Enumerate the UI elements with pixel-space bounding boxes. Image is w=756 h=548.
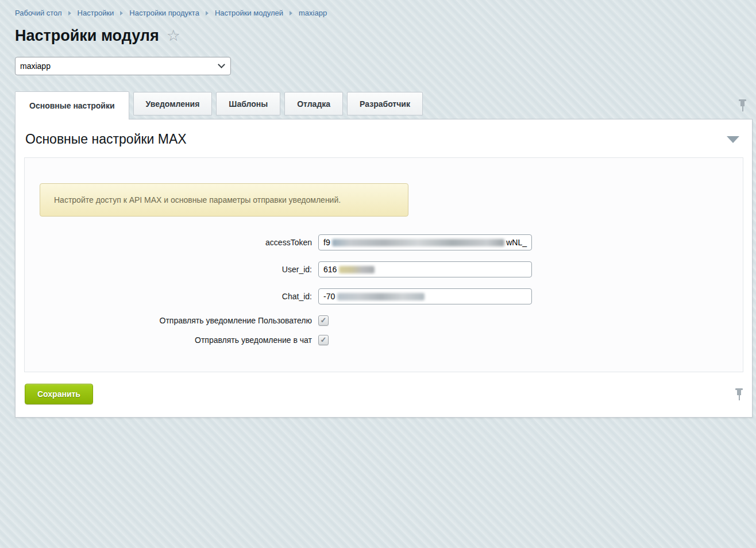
- title-row: Настройки модуля ☆: [0, 17, 756, 45]
- checkmark-icon: ✓: [321, 336, 327, 344]
- favorite-star-icon[interactable]: ☆: [167, 28, 180, 44]
- module-select-wrap: maxiapp: [15, 57, 231, 75]
- breadcrumb-arrow-icon: [290, 11, 292, 16]
- chat-id-label: Chat_id:: [40, 292, 312, 301]
- tab-bar: Основные настройки Уведомления Шаблоны О…: [0, 90, 756, 119]
- form-row-chat-id: Chat_id: -70: [40, 288, 743, 304]
- tab-main-settings[interactable]: Основные настройки: [15, 91, 129, 119]
- save-button[interactable]: Сохранить: [25, 384, 93, 404]
- breadcrumb-item-desktop[interactable]: Рабочий стол: [15, 9, 62, 17]
- notify-user-label: Отправлять уведомление Пользователю: [40, 316, 312, 325]
- form-row-access-token: accessToken f9 wNL_: [40, 234, 743, 250]
- section-header: Основные настройки MAX: [16, 119, 752, 157]
- breadcrumb-item-module-settings[interactable]: Настройки модулей: [215, 9, 283, 17]
- form-row-user-id: User_id: 616: [40, 261, 743, 277]
- tab-templates[interactable]: Шаблоны: [216, 92, 280, 115]
- breadcrumb-item-settings[interactable]: Настройки: [78, 9, 114, 17]
- page-title: Настройки модуля: [15, 27, 159, 45]
- save-row: Сохранить: [16, 372, 752, 417]
- chat-id-input[interactable]: -70: [318, 288, 532, 304]
- settings-fieldset: Настройте доступ к API MAX и основные па…: [24, 157, 743, 372]
- pin-icon[interactable]: [735, 388, 743, 400]
- access-token-label: accessToken: [40, 238, 312, 247]
- breadcrumb-arrow-icon: [120, 11, 123, 16]
- user-id-label: User_id:: [40, 265, 312, 274]
- breadcrumb-item-product-settings[interactable]: Настройки продукта: [129, 9, 199, 17]
- pin-icon-part: [737, 390, 741, 395]
- user-id-value-prefix: 616: [323, 265, 337, 274]
- module-select[interactable]: maxiapp: [15, 57, 231, 75]
- tab-notifications[interactable]: Уведомления: [133, 92, 213, 115]
- chat-id-value-prefix: -70: [323, 292, 335, 301]
- breadcrumb-item-maxiapp[interactable]: maxiapp: [299, 9, 327, 17]
- user-id-input[interactable]: 616: [318, 261, 532, 277]
- pin-icon-part: [739, 395, 740, 400]
- page: Рабочий стол Настройки Настройки продукт…: [0, 0, 756, 548]
- pin-icon-part: [740, 101, 745, 106]
- checkmark-icon: ✓: [321, 317, 327, 324]
- breadcrumb-arrow-icon: [68, 11, 71, 16]
- redacted-value-blur: [332, 239, 505, 246]
- breadcrumb-arrow-icon: [206, 11, 209, 16]
- collapse-chevron-down-icon[interactable]: [727, 136, 739, 143]
- notify-user-checkbox[interactable]: ✓: [318, 315, 329, 326]
- access-token-input[interactable]: f9 wNL_: [318, 234, 532, 250]
- access-token-value-suffix: wNL_: [506, 238, 527, 247]
- pin-icon[interactable]: [739, 99, 746, 111]
- section-title: Основные настройки MAX: [25, 132, 187, 147]
- notify-chat-checkbox[interactable]: ✓: [318, 335, 329, 345]
- redacted-value-blur: [339, 266, 375, 273]
- tab-developer[interactable]: Разработчик: [347, 92, 423, 115]
- redacted-value-blur: [337, 293, 425, 300]
- check-row-notify-chat: Отправлять уведомление в чат ✓: [40, 335, 743, 345]
- pin-icon-part: [742, 106, 743, 111]
- check-row-notify-user: Отправлять уведомление Пользователю ✓: [40, 315, 743, 326]
- breadcrumb: Рабочий стол Настройки Настройки продукт…: [0, 0, 756, 17]
- info-notice: Настройте доступ к API MAX и основные па…: [40, 183, 408, 217]
- tab-debug[interactable]: Отладка: [284, 92, 343, 115]
- notify-chat-label: Отправлять уведомление в чат: [40, 335, 312, 345]
- access-token-value-prefix: f9: [323, 238, 330, 247]
- settings-panel: Основные настройки MAX Настройте доступ …: [15, 119, 753, 418]
